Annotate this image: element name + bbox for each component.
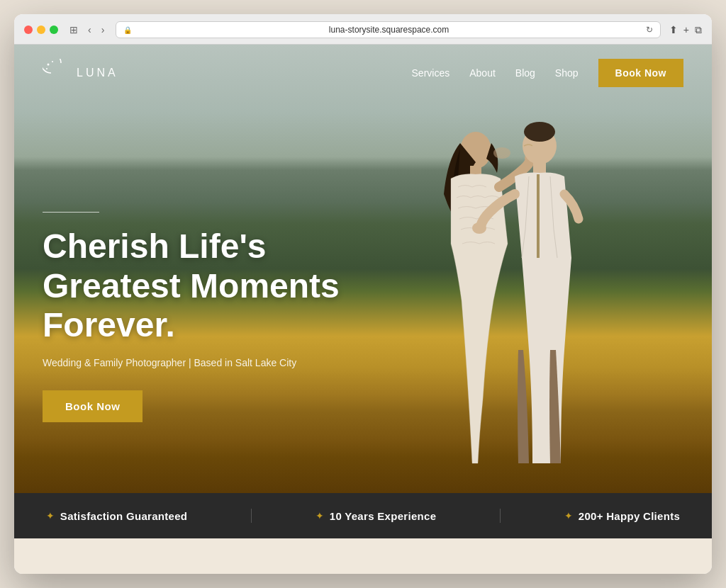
hero-title: Cherish Life's Greatest Moments Forever. bbox=[43, 227, 340, 344]
grid-view-button[interactable]: ⊞ bbox=[67, 23, 81, 37]
stat-divider-1 bbox=[251, 509, 252, 523]
diamond-icon-3: ✦ bbox=[564, 510, 573, 521]
svg-point-9 bbox=[52, 61, 53, 62]
logo-text: LUNA bbox=[77, 67, 118, 79]
stat-text-experience: 10 Years Experience bbox=[330, 510, 437, 522]
website-content: LUNA Services About Blog Shop Book Now C… bbox=[14, 45, 712, 574]
forward-button[interactable]: › bbox=[99, 23, 108, 37]
nav-link-services[interactable]: Services bbox=[412, 67, 450, 79]
svg-point-4 bbox=[524, 122, 555, 142]
address-bar[interactable]: 🔒 luna-storysite.squarespace.com ↻ bbox=[116, 21, 660, 38]
hero-book-button[interactable]: Book Now bbox=[43, 390, 143, 422]
share-button[interactable]: ⬆ bbox=[669, 24, 678, 35]
back-button[interactable]: ‹ bbox=[85, 23, 94, 37]
stat-text-satisfaction: Satisfaction Guaranteed bbox=[60, 510, 187, 522]
browser-window: ⊞ ‹ › 🔒 luna-storysite.squarespace.com ↻… bbox=[14, 14, 712, 574]
hero-section: LUNA Services About Blog Shop Book Now C… bbox=[14, 45, 712, 493]
nav-book-button[interactable]: Book Now bbox=[598, 59, 683, 87]
hero-decorative-line bbox=[43, 212, 99, 213]
close-button[interactable] bbox=[24, 26, 33, 34]
svg-point-7 bbox=[493, 147, 510, 159]
url-text: luna-storysite.squarespace.com bbox=[136, 25, 641, 35]
couple-figure bbox=[408, 102, 607, 470]
stat-item-experience: ✦ 10 Years Experience bbox=[315, 510, 437, 522]
hero-content: Cherish Life's Greatest Moments Forever.… bbox=[43, 212, 340, 422]
stat-item-satisfaction: ✦ Satisfaction Guaranteed bbox=[46, 510, 187, 522]
nav-link-blog[interactable]: Blog bbox=[515, 67, 535, 79]
tabs-button[interactable]: ⧉ bbox=[695, 24, 702, 36]
svg-point-6 bbox=[472, 222, 486, 234]
hero-subtitle: Wedding & Family Photographer | Based in… bbox=[43, 356, 340, 371]
diamond-icon-2: ✦ bbox=[315, 510, 324, 521]
svg-point-10 bbox=[46, 68, 48, 69]
stat-divider-2 bbox=[500, 509, 501, 523]
nav-link-shop[interactable]: Shop bbox=[555, 67, 579, 79]
nav-links: Services About Blog Shop Book Now bbox=[412, 59, 683, 87]
browser-controls: ⊞ ‹ › bbox=[67, 23, 107, 37]
nav-link-about[interactable]: About bbox=[469, 67, 496, 79]
stat-text-clients: 200+ Happy Clients bbox=[579, 510, 680, 522]
logo: LUNA bbox=[43, 59, 118, 87]
traffic-lights bbox=[24, 26, 58, 34]
stat-item-clients: ✦ 200+ Happy Clients bbox=[564, 510, 680, 522]
browser-chrome: ⊞ ‹ › 🔒 luna-storysite.squarespace.com ↻… bbox=[14, 14, 712, 45]
logo-icon bbox=[43, 59, 71, 87]
bottom-area bbox=[14, 538, 712, 574]
maximize-button[interactable] bbox=[50, 26, 58, 34]
svg-point-8 bbox=[48, 64, 50, 66]
diamond-icon-1: ✦ bbox=[46, 510, 55, 521]
stats-bar: ✦ Satisfaction Guaranteed ✦ 10 Years Exp… bbox=[14, 493, 712, 538]
minimize-button[interactable] bbox=[37, 26, 45, 34]
main-navigation: LUNA Services About Blog Shop Book Now bbox=[14, 45, 712, 101]
new-tab-button[interactable]: + bbox=[683, 24, 689, 35]
browser-actions: ⬆ + ⧉ bbox=[669, 24, 702, 36]
lock-icon: 🔒 bbox=[123, 26, 132, 34]
refresh-button[interactable]: ↻ bbox=[646, 25, 653, 35]
